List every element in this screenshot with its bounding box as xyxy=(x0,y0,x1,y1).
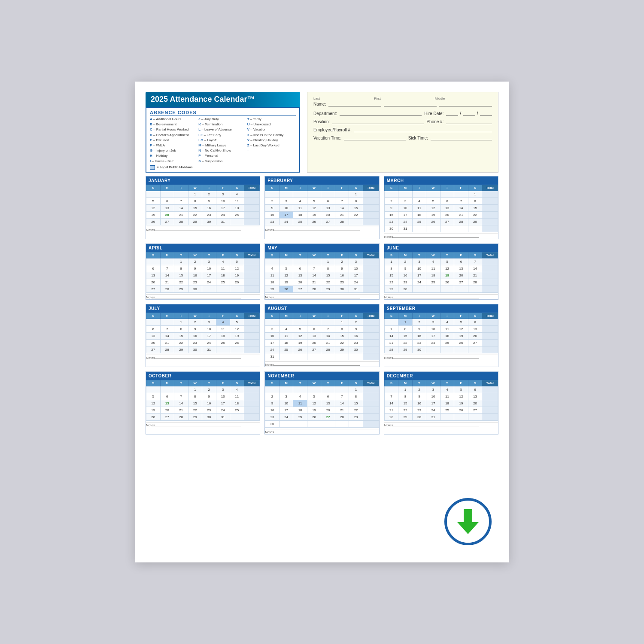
cal-cell: 2 xyxy=(349,319,363,325)
cal-cell: 23 xyxy=(398,279,413,286)
col-header-m: M xyxy=(398,185,413,191)
cal-cell xyxy=(440,346,454,353)
cal-cell: 20 xyxy=(321,407,335,413)
cal-cell: 20 xyxy=(468,332,482,339)
col-header-s: S xyxy=(468,313,482,319)
col-header-w: W xyxy=(426,185,440,191)
download-circle[interactable] xyxy=(444,498,492,545)
cal-cell xyxy=(307,191,321,197)
col-header-w: W xyxy=(188,252,202,258)
cal-cell: 13 xyxy=(468,393,482,400)
cal-cell xyxy=(321,386,335,393)
table-row: 2345678 xyxy=(265,393,379,400)
cal-cell: 16 xyxy=(335,272,349,279)
cal-cell xyxy=(146,258,161,265)
cal-month-title: MAY xyxy=(265,244,379,252)
col-header-s: S xyxy=(146,380,161,386)
cal-cell: 5 xyxy=(426,197,440,204)
sick-underline xyxy=(431,140,492,140)
cal-month-title: JANUARY xyxy=(146,176,260,185)
cal-cell xyxy=(412,191,426,197)
cal-cell xyxy=(440,413,454,420)
codes-grid: A – Additional Hours B – Bereavement C –… xyxy=(150,117,296,164)
cal-cell xyxy=(160,319,174,325)
cal-cell: 24 xyxy=(426,339,440,346)
col-header-total: Total xyxy=(482,380,498,386)
notes-line: Notes xyxy=(384,422,498,427)
cal-cell xyxy=(265,386,279,393)
cal-cell: 22 xyxy=(174,339,188,346)
download-overlay[interactable] xyxy=(444,498,496,550)
table-row: 20212223242526 xyxy=(146,339,260,346)
cal-cell: 26 xyxy=(307,218,321,225)
col-header-w: W xyxy=(307,185,321,191)
cal-cell: 15 xyxy=(349,400,363,407)
cal-cell: 18 xyxy=(230,400,244,407)
cal-cell: 21 xyxy=(335,211,349,218)
cal-cell: 21 xyxy=(307,279,321,286)
cal-cell: 5 xyxy=(307,393,321,400)
calendar-january: JANUARYSMTWTFSTotal123456789101112131415… xyxy=(146,176,260,239)
cal-cell xyxy=(335,191,349,197)
phone-label: Phone #: xyxy=(426,119,444,124)
middle-label: Middle xyxy=(435,97,492,100)
cal-cell: 16 xyxy=(398,272,413,279)
cal-cell xyxy=(244,286,260,292)
table-row: 1 xyxy=(265,191,379,197)
cal-cell: 25 xyxy=(440,339,454,346)
table-row: 1 xyxy=(265,386,379,393)
cal-month-title: JULY xyxy=(146,304,260,313)
cal-cell: 10 xyxy=(216,393,230,400)
calendar-december: DECEMBERSMTWTFSTotal12345678910111213141… xyxy=(384,371,498,434)
notes-underline xyxy=(274,433,360,433)
position-line: Position: Phone #: xyxy=(313,119,492,124)
cal-cell: 19 xyxy=(440,272,454,279)
cal-cell: 29 xyxy=(188,218,202,225)
cal-cell: 3 xyxy=(412,258,426,265)
hire-date-label: Hire Date: xyxy=(424,111,444,116)
cal-cell: 14 xyxy=(335,400,349,407)
cal-cell: 10 xyxy=(412,265,426,272)
cal-cell: 3 xyxy=(349,258,363,265)
cal-cell: 17 xyxy=(412,272,426,279)
table-row: 1234567 xyxy=(384,258,498,265)
col-header-f: F xyxy=(454,313,468,319)
cal-cell: 29 xyxy=(174,286,188,292)
code-LO: LO – Layoff xyxy=(198,138,247,143)
cal-cell: 5 xyxy=(146,393,161,400)
cal-cell: 8 xyxy=(349,197,363,204)
cal-cell: 21 xyxy=(468,272,482,279)
cal-cell: 6 xyxy=(146,265,161,272)
cal-cell xyxy=(454,413,468,420)
cal-cell: 18 xyxy=(440,332,454,339)
position-underline xyxy=(332,124,424,124)
notes-underline xyxy=(393,237,479,238)
cal-month-title: OCTOBER xyxy=(146,372,260,380)
calendar-november: NOVEMBERSMTWTFSTotal12345678910111213141… xyxy=(264,371,379,434)
cal-cell xyxy=(265,191,279,197)
cal-cell: 17 xyxy=(216,204,230,211)
vacation-line: Vacation Time: Sick Time: xyxy=(313,136,492,140)
table-row: 123 xyxy=(265,258,379,265)
cal-cell: 12 xyxy=(307,400,321,407)
cal-cell: 23 xyxy=(202,407,216,413)
col-header-t: T xyxy=(321,313,335,319)
cal-cell: 4 xyxy=(440,386,454,393)
cal-cell: 18 xyxy=(412,211,426,218)
cal-cell: 27 xyxy=(160,413,174,420)
col-header-t: T xyxy=(321,380,335,386)
table-row: 20212223242526 xyxy=(146,279,260,286)
cal-cell: 11 xyxy=(216,325,230,332)
cal-cell: 28 xyxy=(174,218,188,225)
cal-cell: 17 xyxy=(398,211,413,218)
cal-cell: 25 xyxy=(230,407,244,413)
codes-col-2: J – Jury Duty K – Termination L – Leave … xyxy=(198,117,247,164)
cal-cell xyxy=(384,191,398,197)
cal-cell: 29 xyxy=(398,413,413,420)
cal-cell: 26 xyxy=(230,339,244,346)
cal-month-title: APRIL xyxy=(146,244,260,252)
cal-cell: 9 xyxy=(188,265,202,272)
cal-cell: 20 xyxy=(160,211,174,218)
cal-cell: 6 xyxy=(321,197,335,204)
cal-cell: 15 xyxy=(188,204,202,211)
